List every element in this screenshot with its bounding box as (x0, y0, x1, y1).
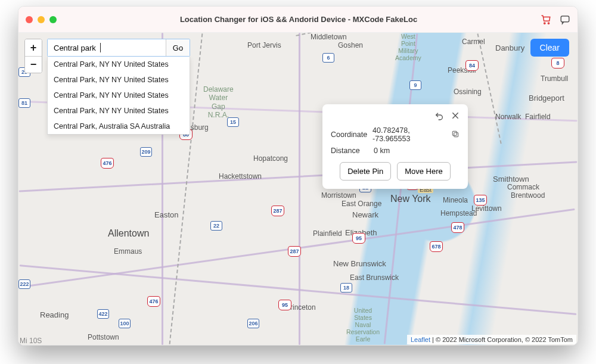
map-label: Newark (352, 210, 378, 219)
zoom-control: + − (24, 39, 42, 73)
map-label: East Brunswick (350, 273, 399, 282)
map-label: Smithtown (493, 175, 529, 183)
close-window-button[interactable] (26, 16, 33, 23)
map-label: Mineola (443, 196, 468, 204)
window-title: Location Changer for iOS && Andorid Devi… (57, 15, 541, 24)
map-label: West Point Military Academy (395, 33, 421, 61)
map-label: New Brunswick (333, 259, 386, 268)
search-bar: Go (47, 39, 190, 57)
svg-rect-6 (452, 131, 457, 135)
suggestion-item[interactable]: Central Park, NY NY United States (48, 103, 190, 119)
map-label: Plainfield (313, 229, 342, 238)
map-label: Morristown (321, 191, 356, 200)
undo-icon[interactable] (434, 111, 444, 123)
map-label: Easton (154, 210, 178, 219)
search-panel: Go Central Park, NY NY United States Cen… (47, 39, 190, 135)
map-label: East Orange (342, 200, 381, 208)
map-label: Trumbull (541, 74, 568, 83)
delete-pin-button[interactable]: Delete Pin (340, 162, 391, 181)
distance-label: Distance (331, 147, 374, 155)
map-label: Hempstead (440, 209, 477, 217)
status-hint: Mi 10S (20, 337, 42, 345)
suggestion-item[interactable]: Central Park, Australia SA Australia (48, 119, 190, 134)
map-label: Allentown (108, 228, 149, 239)
svg-rect-2 (561, 16, 569, 22)
move-here-button[interactable]: Move Here (397, 162, 451, 181)
map-label: Reading (40, 310, 69, 319)
svg-point-0 (544, 22, 545, 23)
chat-icon[interactable] (560, 14, 570, 25)
map-label: Middletown (311, 33, 347, 41)
search-suggestions: Central Park, NY NY United States Centra… (47, 57, 190, 135)
map-label: Delaware Water Gap N.R.A. (203, 85, 234, 120)
close-icon[interactable] (451, 111, 460, 123)
suggestion-item[interactable]: Central Park, NY NY United States (48, 88, 190, 103)
map-attribution: Leaflet | © 2022 Microsoft Corporation, … (407, 335, 576, 344)
distance-value: 0 km (374, 147, 390, 155)
map-label: Commack (507, 183, 539, 191)
map-label: Danbury (495, 43, 524, 52)
map-label: Norwalk (495, 113, 521, 121)
map-label: Port Jervis (247, 41, 281, 49)
map-label: Goshen (338, 41, 363, 49)
attribution-text: | © 2022 Microsoft Corporation, © 2022 T… (430, 336, 573, 343)
map-label: Pottstown (88, 333, 119, 341)
app-window: Location Changer for iOS && Andorid Devi… (18, 6, 578, 346)
map-label: Emmaus (114, 247, 142, 256)
leaflet-link[interactable]: Leaflet (411, 336, 430, 343)
coordinate-popup: Coordinate 40.782478, -73.965553 Distanc… (322, 104, 468, 189)
coord-label: Coordinate (331, 130, 372, 139)
zoom-out-button[interactable]: − (25, 56, 42, 73)
map-label: Brentwood (511, 191, 545, 200)
svg-rect-5 (454, 132, 458, 136)
titlebar: Location Changer for iOS && Andorid Devi… (18, 7, 578, 33)
suggestion-item[interactable]: Central Park, NY NY United States (48, 72, 190, 88)
map-label: Carmel (462, 38, 485, 46)
minimize-window-button[interactable] (38, 16, 45, 23)
text-cursor (100, 43, 101, 52)
copy-icon[interactable] (451, 130, 460, 140)
traffic-lights (26, 16, 57, 23)
coord-value: 40.782478, -73.965553 (372, 126, 448, 143)
map-label: United States Naval Reservation Earle (346, 307, 380, 343)
cart-icon[interactable] (541, 14, 551, 25)
map-label: Fairfield (525, 113, 551, 121)
go-button[interactable]: Go (166, 39, 190, 56)
map-label: Hopatcong (253, 154, 288, 163)
map-label: Bridgeport (529, 94, 564, 102)
clear-button[interactable]: Clear (530, 39, 569, 57)
svg-point-1 (548, 22, 549, 23)
zoom-in-button[interactable]: + (25, 39, 42, 56)
map-label: Hackettstown (219, 172, 262, 181)
suggestion-item[interactable]: Central Park, NY NY United States (48, 57, 190, 72)
content-area: New York Newark Elizabeth Allentown East… (18, 33, 578, 345)
map-label: Ossining (454, 88, 482, 96)
map-label: New York (390, 194, 431, 204)
maximize-window-button[interactable] (49, 16, 57, 23)
search-input[interactable] (48, 39, 166, 56)
